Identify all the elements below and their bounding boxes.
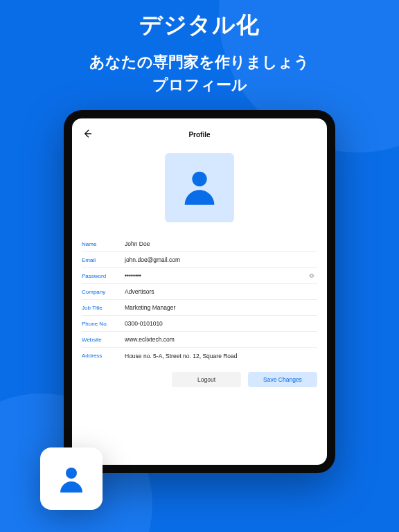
action-buttons: Logout Save Changes bbox=[82, 372, 317, 387]
value-job-title: Marketing Manager bbox=[125, 304, 317, 311]
back-button[interactable] bbox=[82, 128, 93, 142]
value-password: •••••••• bbox=[125, 272, 306, 279]
field-address[interactable]: Address House no. 5-A, Street no. 12, Sq… bbox=[82, 348, 317, 364]
field-password[interactable]: Password •••••••• bbox=[82, 268, 317, 284]
field-email[interactable]: Email john.doe@gmail.com bbox=[82, 252, 317, 268]
field-job-title[interactable]: Job Title Marketing Manager bbox=[82, 300, 317, 316]
svg-point-0 bbox=[192, 172, 206, 186]
value-phone: 0300-0101010 bbox=[125, 320, 317, 327]
arrow-left-icon bbox=[82, 128, 93, 139]
value-email: john.doe@gmail.com bbox=[125, 256, 317, 263]
field-name[interactable]: Name John Doe bbox=[82, 236, 317, 252]
profile-fields: Name John Doe Email john.doe@gmail.com P… bbox=[82, 236, 317, 364]
field-website[interactable]: Website www.eclixtech.com bbox=[82, 332, 317, 348]
floating-profile-card bbox=[40, 447, 103, 510]
field-phone[interactable]: Phone No. 0300-0101010 bbox=[82, 316, 317, 332]
value-website: www.eclixtech.com bbox=[125, 336, 317, 343]
logout-button[interactable]: Logout bbox=[172, 372, 241, 387]
avatar-block bbox=[82, 153, 317, 222]
avatar[interactable] bbox=[165, 153, 234, 222]
label-name: Name bbox=[82, 241, 125, 247]
toggle-password-visibility[interactable] bbox=[306, 272, 317, 279]
subheading-line-2: プロフィール bbox=[152, 76, 247, 94]
save-changes-button[interactable]: Save Changes bbox=[248, 372, 317, 387]
screen-title: Profile bbox=[188, 131, 210, 139]
svg-point-1 bbox=[66, 468, 77, 479]
heading: デジタル化 bbox=[139, 10, 260, 41]
label-password: Password bbox=[82, 273, 125, 279]
person-icon bbox=[55, 462, 88, 495]
subheading: あなたの専門家を作りましょう プロフィール bbox=[89, 51, 310, 96]
screen-header: Profile bbox=[82, 125, 317, 143]
label-website: Website bbox=[82, 337, 125, 343]
value-company: Advertisors bbox=[125, 288, 317, 295]
person-icon bbox=[177, 164, 222, 211]
label-job-title: Job Title bbox=[82, 305, 125, 311]
tablet-device-frame: Profile Name John Doe Email john.doe@gma… bbox=[64, 110, 335, 473]
label-address: Address bbox=[82, 353, 125, 359]
label-phone: Phone No. bbox=[82, 321, 125, 327]
value-address: House no. 5-A, Street no. 12, Square Roa… bbox=[125, 353, 317, 360]
field-company[interactable]: Company Advertisors bbox=[82, 284, 317, 300]
eye-icon bbox=[308, 272, 315, 279]
value-name: John Doe bbox=[125, 240, 317, 247]
subheading-line-1: あなたの専門家を作りましょう bbox=[89, 53, 310, 71]
label-email: Email bbox=[82, 257, 125, 263]
label-company: Company bbox=[82, 289, 125, 295]
app-screen: Profile Name John Doe Email john.doe@gma… bbox=[72, 118, 327, 465]
